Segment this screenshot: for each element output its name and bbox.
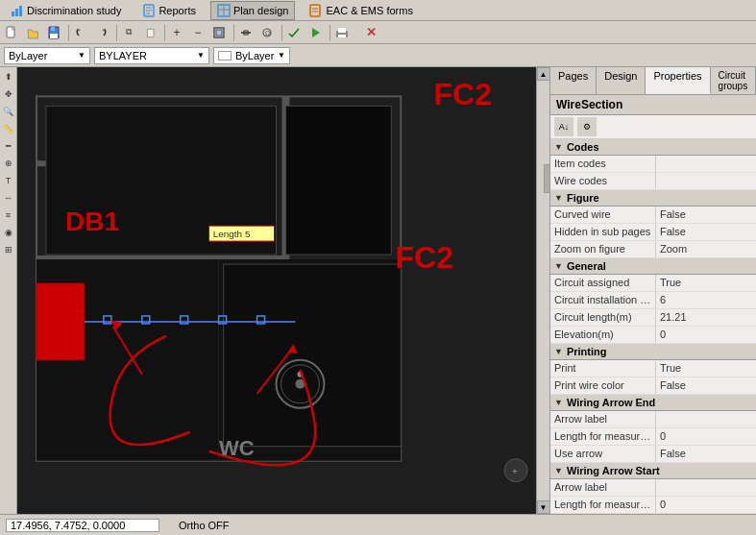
left-tb-comp[interactable]: ⊕: [1, 156, 16, 171]
canvas-area[interactable]: Length 5 + DB1 FC2 FC2 WC ▲ ▼: [17, 67, 549, 514]
left-tb-dim[interactable]: ↔: [1, 190, 16, 206]
prop-value-wire-codes[interactable]: [656, 173, 756, 189]
svg-rect-26: [338, 35, 346, 37]
left-tb-select[interactable]: ⬆: [1, 69, 16, 85]
tb-print[interactable]: [332, 23, 352, 42]
panel-sort-btn[interactable]: A↓: [554, 117, 573, 136]
prop-wire-codes: Wire codes: [550, 173, 756, 190]
wire-section-header: WireSection: [550, 95, 756, 115]
tab-pages[interactable]: Pages: [550, 67, 597, 94]
prop-name-item-codes: Item codes: [550, 156, 656, 172]
prop-start-length-measure: Length for measureme 0: [550, 497, 756, 514]
wiring-arrow-end-header[interactable]: ▼ Wiring Arrow End: [550, 395, 756, 411]
tb-zoom-fit[interactable]: [209, 23, 229, 42]
tb-sep1: [65, 24, 69, 41]
left-tb-pan[interactable]: ✥: [1, 86, 16, 102]
left-tb-measure[interactable]: 📏: [1, 121, 16, 136]
prop-print: Print True: [550, 360, 756, 377]
wiring-arrow-start-label: Wiring Arrow Start: [567, 465, 660, 476]
tb-zoom-in[interactable]: +: [167, 23, 186, 42]
svg-rect-36: [285, 106, 391, 255]
prop-value-item-codes[interactable]: [656, 156, 756, 172]
wiring-arrow-start-header[interactable]: ▼ Wiring Arrow Start: [550, 463, 756, 479]
tb-wire[interactable]: [236, 23, 256, 42]
prop-end-length-measure: Length for measureme 0: [550, 428, 756, 446]
general-section-label: General: [567, 260, 606, 272]
panel-filter-btn[interactable]: ⚙: [577, 117, 597, 136]
prop-hidden-sub: Hidden in sub pages False: [550, 224, 756, 241]
svg-text:Ω: Ω: [265, 30, 270, 36]
layer-dropdown-arrow: ▼: [78, 51, 85, 60]
tb-zoom-out[interactable]: −: [188, 23, 207, 42]
chart-icon: [11, 4, 24, 17]
codes-section-header[interactable]: ▼ Codes: [550, 139, 756, 156]
tb-close-x[interactable]: ✕: [361, 23, 380, 42]
wiring-arrow-end-label: Wiring Arrow End: [567, 397, 655, 408]
linetype-dropdown-arrow: ▼: [197, 51, 205, 60]
tb-undo[interactable]: [71, 23, 90, 42]
svg-rect-16: [50, 34, 58, 38]
top-menu-bar: Discrimination study Reports Plan design…: [0, 0, 756, 21]
tab-discrimination-study[interactable]: Discrimination study: [4, 1, 128, 20]
tab-properties[interactable]: Properties: [646, 67, 710, 94]
color-preview: [218, 51, 232, 61]
printing-arrow: ▼: [554, 347, 563, 356]
tb-new[interactable]: [2, 23, 21, 42]
tb-sep6: [327, 24, 330, 41]
tb-check[interactable]: [284, 23, 304, 42]
db1-label: DB1: [65, 207, 119, 237]
wiring-arrow-end-arrow: ▼: [554, 398, 563, 407]
tab-reports[interactable]: Reports: [135, 1, 203, 20]
layer-dropdown[interactable]: ByLayer ▼: [4, 47, 90, 64]
svg-rect-18: [216, 30, 222, 36]
codes-section-label: Codes: [567, 141, 599, 153]
svg-rect-37: [224, 264, 402, 447]
form-icon: [309, 4, 323, 17]
left-tb-wire[interactable]: ━: [1, 138, 16, 154]
tb-sep5: [279, 24, 282, 41]
tab-eac-ems[interactable]: EAC & EMS forms: [303, 1, 419, 20]
linetype-dropdown[interactable]: BYLAYER ▼: [94, 47, 209, 64]
tb-copy[interactable]: ⧉: [119, 23, 138, 42]
reports-icon: [142, 4, 156, 17]
svg-rect-0: [12, 12, 14, 16]
tab-design[interactable]: Design: [597, 67, 646, 94]
tab-plan-design[interactable]: Plan design: [210, 1, 296, 20]
tb-sep2: [113, 24, 117, 41]
tab-circuit-groups[interactable]: Circuit groups: [711, 67, 756, 94]
status-bar: 17.4956, 7.4752, 0.0000 Ortho OFF: [0, 514, 756, 535]
scroll-up-btn[interactable]: ▲: [537, 67, 550, 81]
tb-save[interactable]: [44, 23, 63, 42]
scroll-thumb[interactable]: [544, 164, 550, 193]
prop-elevation: Elevation(m) 0: [550, 327, 756, 344]
ortho-status[interactable]: Ortho OFF: [179, 520, 230, 531]
general-section-header[interactable]: ▼ General: [550, 258, 756, 275]
left-tb-snap[interactable]: ◉: [1, 225, 16, 240]
figure-arrow: ▼: [554, 193, 563, 203]
svg-marker-23: [312, 28, 320, 37]
color-dropdown[interactable]: ByLayer ▼: [213, 47, 290, 64]
left-tb-layer[interactable]: ≡: [1, 207, 16, 223]
figure-section-header[interactable]: ▼ Figure: [550, 190, 756, 207]
tb-redo[interactable]: [92, 23, 111, 42]
left-tb-zoom[interactable]: 🔍: [1, 104, 16, 119]
panel-toolbar: A↓ ⚙: [550, 115, 756, 139]
scroll-down-btn[interactable]: ▼: [537, 500, 550, 514]
prop-curved-wire: Curved wire False: [550, 207, 756, 224]
third-toolbar: ByLayer ▼ BYLAYER ▼ ByLayer ▼: [0, 44, 756, 67]
tb-component[interactable]: Ω: [257, 23, 277, 42]
wiring-arrow-start-arrow: ▼: [554, 466, 563, 475]
canvas-vertical-scrollbar[interactable]: ▲ ▼: [536, 67, 549, 514]
left-tb-text[interactable]: T: [1, 173, 16, 188]
printing-section-header[interactable]: ▼ Printing: [550, 344, 756, 360]
tb-run[interactable]: [305, 23, 325, 42]
fc2-top-label: FC2: [434, 77, 492, 112]
prop-circuit-assigned: Circuit assigned True: [550, 275, 756, 292]
wc-label: WC: [219, 436, 255, 461]
tb-paste[interactable]: 📋: [140, 23, 159, 42]
tb-open[interactable]: [23, 23, 42, 42]
fc2-big-label: FC2: [396, 240, 453, 276]
prop-item-codes: Item codes: [550, 156, 756, 173]
left-tb-grid[interactable]: ⊞: [1, 242, 16, 257]
prop-name-wire-codes: Wire codes: [550, 173, 656, 189]
